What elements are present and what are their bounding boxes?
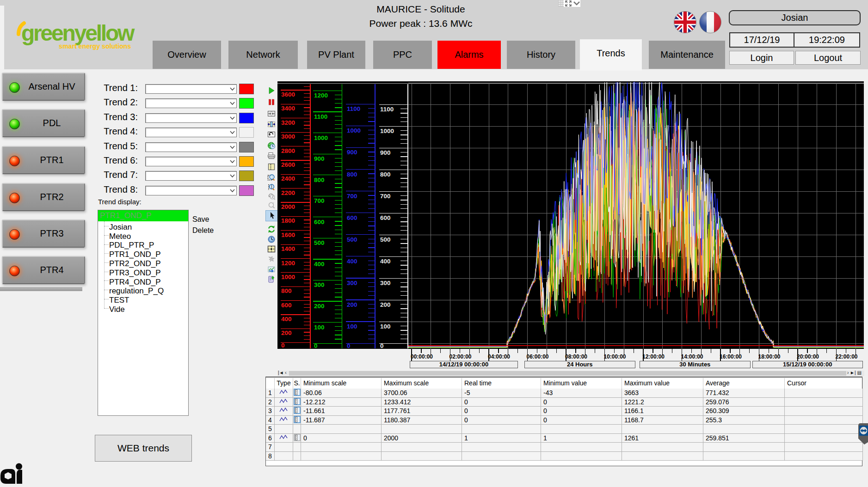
- svg-text:0: 0: [347, 342, 351, 349]
- svg-text:300: 300: [380, 280, 391, 286]
- svg-text:500: 500: [380, 236, 391, 243]
- svg-text:1600: 1600: [281, 231, 295, 238]
- svg-text:20:00:00: 20:00:00: [797, 353, 819, 360]
- svg-text:900: 900: [380, 149, 391, 156]
- svg-text:1200: 1200: [281, 260, 295, 267]
- svg-text:200: 200: [380, 301, 391, 308]
- svg-text:100: 100: [380, 323, 391, 330]
- svg-text:2200: 2200: [281, 189, 295, 196]
- svg-text:800: 800: [314, 177, 325, 183]
- svg-text:800: 800: [347, 171, 357, 178]
- svg-text:1100: 1100: [314, 113, 327, 120]
- svg-text:500: 500: [314, 239, 325, 246]
- svg-text:1100: 1100: [347, 105, 360, 112]
- svg-text:08:00:00: 08:00:00: [565, 353, 587, 360]
- svg-text:3400: 3400: [281, 105, 295, 112]
- svg-text:400: 400: [314, 261, 325, 268]
- svg-text:2400: 2400: [281, 175, 295, 182]
- svg-text:2600: 2600: [281, 161, 295, 168]
- svg-text:1000: 1000: [281, 274, 295, 280]
- svg-text:1000: 1000: [380, 128, 394, 134]
- svg-text:14:00:00: 14:00:00: [681, 353, 703, 360]
- svg-text:400: 400: [347, 258, 357, 265]
- svg-text:3600: 3600: [281, 91, 295, 98]
- svg-text:18:00:00: 18:00:00: [758, 353, 781, 360]
- svg-text:1100: 1100: [380, 106, 394, 113]
- svg-text:1800: 1800: [281, 217, 295, 224]
- svg-text:1000: 1000: [347, 127, 361, 134]
- svg-text:0: 0: [281, 342, 285, 349]
- svg-text:100: 100: [314, 324, 325, 331]
- svg-text:1000: 1000: [314, 134, 328, 141]
- svg-text:2800: 2800: [281, 147, 295, 154]
- svg-text:smart energy solutions: smart energy solutions: [59, 43, 131, 50]
- svg-text:02:00:00: 02:00:00: [449, 353, 472, 360]
- svg-text:12:00:00: 12:00:00: [642, 353, 665, 360]
- svg-text:200: 200: [347, 301, 357, 308]
- svg-text:greenyellow: greenyellow: [21, 21, 135, 45]
- svg-text:06:00:00: 06:00:00: [527, 353, 549, 360]
- svg-text:400: 400: [281, 316, 292, 323]
- svg-text:700: 700: [380, 193, 391, 200]
- svg-text:800: 800: [281, 287, 292, 294]
- svg-text:3000: 3000: [281, 133, 295, 140]
- svg-text:0: 0: [314, 342, 318, 349]
- svg-text:2000: 2000: [281, 203, 295, 210]
- svg-text:04:00:00: 04:00:00: [488, 353, 510, 360]
- svg-text:200: 200: [281, 329, 292, 336]
- svg-text:1200: 1200: [314, 92, 328, 99]
- svg-text:800: 800: [380, 171, 391, 178]
- svg-text:10:00:00: 10:00:00: [604, 353, 626, 360]
- svg-text:500: 500: [347, 236, 357, 243]
- svg-text:00:00:00: 00:00:00: [411, 353, 433, 360]
- svg-text:200: 200: [314, 303, 325, 310]
- svg-text:600: 600: [281, 302, 292, 309]
- svg-text:16:00:00: 16:00:00: [720, 353, 742, 360]
- svg-text:400: 400: [380, 258, 391, 265]
- svg-text:900: 900: [347, 149, 357, 156]
- svg-text:3200: 3200: [281, 119, 295, 126]
- svg-text:300: 300: [314, 281, 325, 288]
- svg-text:600: 600: [347, 214, 357, 221]
- svg-text:1400: 1400: [281, 245, 295, 252]
- svg-text:700: 700: [314, 197, 325, 204]
- svg-text:100: 100: [347, 323, 357, 330]
- svg-text:0: 0: [380, 342, 384, 349]
- svg-text:300: 300: [347, 280, 357, 286]
- svg-text:900: 900: [314, 155, 325, 162]
- svg-text:700: 700: [347, 193, 357, 200]
- svg-text:600: 600: [314, 219, 325, 225]
- svg-text:600: 600: [380, 214, 391, 221]
- svg-text:22:00:00: 22:00:00: [836, 353, 858, 360]
